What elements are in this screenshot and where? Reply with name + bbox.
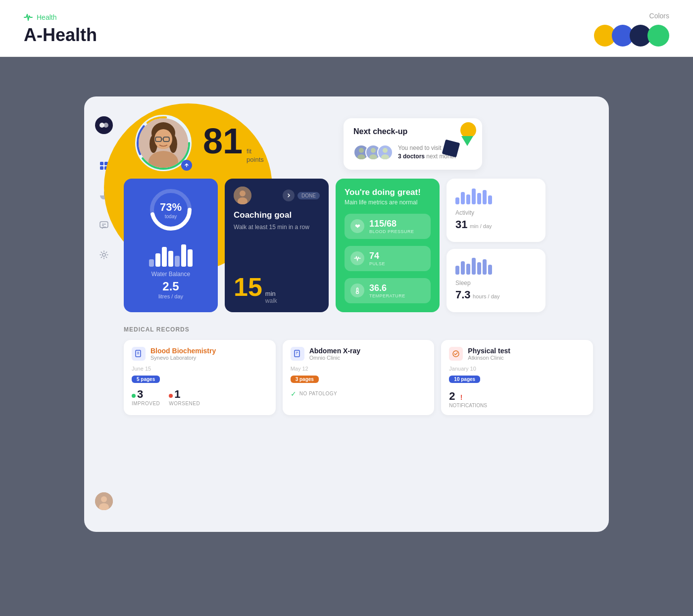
medical-xray-result: ✓ NO PATOLOGY: [291, 390, 427, 398]
coaching-desc: Walk at least 15 min in a row: [234, 223, 320, 232]
water-bars: [149, 242, 193, 267]
sleep-bar-5: [477, 262, 481, 275]
coaching-card: DONE Coaching goal Walk at least 15 min …: [225, 179, 329, 312]
svg-point-32: [381, 154, 389, 159]
sleep-bar-1: [455, 266, 459, 275]
medical-blood-date: June 15: [132, 366, 268, 372]
bp-label: BLOOD PRESSURE: [369, 229, 414, 234]
svg-point-1: [103, 123, 108, 128]
brand-row: Health: [24, 13, 97, 22]
pulse-value: 74: [369, 251, 385, 261]
coaching-nav: DONE: [283, 190, 320, 201]
medical-xray-name: Abdomen X-ray: [309, 347, 360, 355]
medical-physical-pages: 10 pages: [449, 376, 480, 383]
improved-dot: [132, 394, 136, 398]
great-pulse-data: 74 PULSE: [369, 251, 385, 266]
great-card: You're doing great! Main life metrics ar…: [336, 179, 440, 312]
svg-point-30: [369, 154, 377, 159]
user-avatar[interactable]: [95, 492, 113, 510]
avatar-image: [95, 492, 113, 510]
temp-label: TEMPERATURE: [369, 293, 405, 298]
svg-point-11: [101, 496, 107, 502]
sleep-bar-3: [466, 264, 470, 275]
svg-point-9: [102, 253, 105, 256]
medical-blood-clinic: Synevo Laboratory: [150, 355, 216, 361]
patology-label: NO PATOLOGY: [299, 391, 338, 396]
pulse-metric-icon: [350, 251, 364, 265]
header-colors: Colors: [594, 12, 669, 47]
medical-record-xray: Abdomen X-ray Omnio Clinic May 12 3 page…: [283, 340, 435, 415]
great-metric-bp: ❤ 115/68 BLOOD PRESSURE: [345, 214, 431, 239]
dashboard-card: 81 fit points Next check-up: [84, 96, 609, 532]
water-unit: litres / day: [158, 293, 183, 299]
heart-icon: ❤: [350, 219, 364, 233]
medical-blood-icon: [132, 347, 146, 361]
medical-xray-pages: 3 pages: [291, 376, 319, 383]
medical-physical-header: Physical test Atkinson Clinic: [449, 347, 585, 361]
sleep-label: Sleep: [455, 280, 537, 286]
fit-score-number: 81: [203, 123, 243, 159]
act-bar-1: [455, 197, 459, 204]
coaching-next-btn[interactable]: [283, 190, 295, 201]
water-bar-4: [168, 251, 173, 267]
coaching-badge: DONE: [297, 192, 320, 199]
coaching-unit: min: [265, 290, 277, 297]
temp-value: 36.6: [369, 283, 405, 293]
colors-label: Colors: [594, 12, 669, 20]
coaching-avatar: [234, 187, 251, 204]
medical-xray-date: May 12: [291, 366, 427, 372]
bp-value: 115/68: [369, 219, 414, 229]
water-bar-5: [175, 256, 180, 267]
thermometer-icon: [350, 284, 364, 297]
sleep-card: Sleep 7.3 hours / day: [446, 249, 545, 312]
sidebar-logo: [95, 116, 113, 134]
activity-value: 31 min / day: [455, 218, 537, 231]
medical-blood-stats: 3 IMPROVED 1 WORSENED: [132, 388, 268, 406]
logo-icon: [99, 120, 109, 131]
medical-section: MEDICAL RECORDS: [124, 326, 593, 415]
great-metric-pulse: 74 PULSE: [345, 246, 431, 271]
medical-physical-name: Physical test: [468, 347, 510, 355]
app-title: A-Health: [24, 25, 97, 46]
activity-label: Activity: [455, 209, 537, 216]
svg-rect-4: [100, 166, 103, 170]
act-bar-4: [472, 189, 476, 204]
water-bar-6: [181, 244, 186, 267]
doctor-avatars: [353, 144, 393, 160]
sidebar-item-settings[interactable]: [96, 247, 112, 263]
svg-point-31: [383, 148, 388, 153]
water-value: 2.5: [162, 280, 179, 293]
coaching-metric: 15 min walk: [234, 274, 320, 304]
water-percent-value: 73%: [160, 201, 182, 214]
medical-blood-header: Blood Biochemistry Synevo Laboratory: [132, 347, 268, 361]
medical-physical-clinic: Atkinson Clinic: [468, 355, 510, 361]
sleep-bar-6: [483, 259, 487, 275]
upgrade-badge: [181, 160, 192, 171]
great-title: You're doing great!: [345, 188, 431, 197]
svg-rect-6: [100, 222, 108, 228]
sleep-value-row: 7.3 hours / day: [455, 288, 537, 301]
medical-record-physical: Physical test Atkinson Clinic January 10…: [441, 340, 593, 415]
gear-icon: [99, 250, 109, 260]
water-ring-percent: 73% today: [160, 201, 182, 219]
coaching-header: DONE: [234, 187, 320, 204]
fit-score: 81 fit points: [203, 123, 264, 164]
water-ring: 73% today: [148, 188, 193, 232]
medical-physical-info: Physical test Atkinson Clinic: [468, 347, 510, 361]
medical-physical-notif: 2 ! NOTIFICATIONS: [449, 390, 585, 408]
sleep-bar-2: [461, 261, 465, 275]
sleep-bars: [455, 257, 537, 275]
color-green: [647, 25, 669, 47]
medical-physical-date: January 10: [449, 366, 585, 372]
medical-blood-pages: 5 pages: [132, 376, 160, 383]
svg-point-27: [359, 148, 364, 153]
pulse-icon: [24, 13, 33, 22]
fit-score-label: fit points: [247, 147, 264, 164]
medical-record-blood: Blood Biochemistry Synevo Laboratory Jun…: [124, 340, 276, 415]
sidebar-item-messages[interactable]: [96, 217, 112, 233]
coaching-title: Coaching goal: [234, 210, 320, 220]
act-bar-5: [477, 193, 481, 204]
medical-blood-improved: 3 IMPROVED: [132, 388, 160, 406]
medical-records-grid: Blood Biochemistry Synevo Laboratory Jun…: [124, 340, 593, 415]
profile-photo: [139, 118, 188, 168]
